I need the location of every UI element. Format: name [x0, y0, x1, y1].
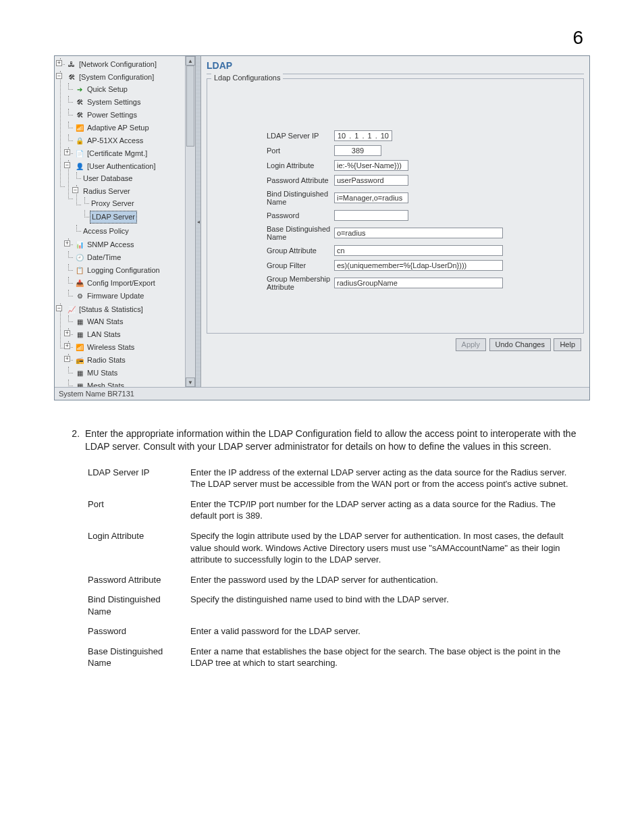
- definition-row: Login AttributeSpecify the login attribu…: [88, 530, 583, 566]
- mesh-icon: ▦: [75, 382, 84, 388]
- definition-table: LDAP Server IPEnter the IP address of th…: [88, 467, 583, 669]
- collapse-icon[interactable]: −: [64, 162, 70, 168]
- tree-item-wireless-stats[interactable]: +📶Wireless Stats: [65, 341, 195, 354]
- scroll-up-icon[interactable]: ▲: [186, 56, 195, 66]
- tree-item-status-statistics[interactable]: −📈[Status & Statistics] ▦WAN Stats +▦LAN…: [57, 303, 195, 387]
- definition-term: Login Attribute: [88, 530, 178, 566]
- tree-item-radius-server[interactable]: −Radius Server Proxy Server LDAP Server: [74, 185, 195, 225]
- tree-item-mesh-stats[interactable]: ▦Mesh Stats: [65, 380, 195, 387]
- label-group-filter: Group Filter: [213, 261, 334, 269]
- tree-item-system-configuration[interactable]: −🛠[System Configuration] ➔Quick Setup 🛠S…: [57, 71, 195, 303]
- tools-icon: 🛠: [75, 111, 84, 120]
- label-login-attribute: Login Attribute: [213, 161, 334, 170]
- login-attribute-input[interactable]: [334, 160, 408, 171]
- import-export-icon: 📥: [75, 280, 84, 288]
- tree-item-firmware-update[interactable]: ⚙Firmware Update: [65, 290, 195, 303]
- definition-desc: Enter the TCP/IP port number for the LDA…: [190, 498, 583, 522]
- definition-row: LDAP Server IPEnter the IP address of th…: [88, 467, 583, 490]
- tree-item-config-import-export[interactable]: 📥Config Import/Export: [65, 277, 195, 290]
- tree-item-adaptive-ap-setup[interactable]: 📶Adaptive AP Setup: [65, 122, 195, 134]
- tree-item-lan-stats[interactable]: +▦LAN Stats: [65, 328, 195, 341]
- device-icon: 📶: [75, 124, 84, 132]
- chevron-left-icon: ◂: [197, 219, 200, 225]
- bind-dn-input[interactable]: [334, 192, 408, 203]
- definition-desc: Enter a name that establishes the base o…: [190, 646, 583, 669]
- tree-item-radio-stats[interactable]: +📻Radio Stats: [65, 354, 195, 367]
- gear-icon: ⚙: [75, 292, 84, 301]
- stats-icon: ▦: [75, 331, 84, 339]
- tree-item-network-configuration[interactable]: +🖧[Network Configuration]: [57, 58, 195, 71]
- tree-item-access-policy[interactable]: Access Policy: [74, 225, 195, 238]
- definition-desc: Specify the login attribute used by the …: [190, 530, 583, 566]
- undo-changes-button[interactable]: Undo Changes: [489, 338, 551, 351]
- definition-term: LDAP Server IP: [88, 467, 178, 490]
- tree-item-mu-stats[interactable]: ▦MU Stats: [65, 367, 195, 380]
- tree-item-system-settings[interactable]: 🛠System Settings: [65, 96, 195, 109]
- group-attribute-input[interactable]: [334, 245, 503, 256]
- apply-button[interactable]: Apply: [456, 338, 487, 351]
- tree-item-ap51xx-access[interactable]: 🔒AP-51XX Access: [65, 134, 195, 147]
- definition-term: Bind Distinguished Name: [88, 594, 178, 617]
- chart-icon: 📈: [67, 306, 76, 314]
- step-number: 2.: [61, 427, 80, 453]
- port-input[interactable]: [334, 145, 381, 156]
- app-window: +🖧[Network Configuration] −🛠[System Conf…: [54, 55, 590, 400]
- base-dn-input[interactable]: [334, 228, 503, 238]
- expand-icon[interactable]: +: [64, 330, 70, 336]
- mu-icon: ▦: [75, 369, 84, 377]
- tree-item-logging-configuration[interactable]: 📋Logging Configuration: [65, 264, 195, 277]
- group-filter-input[interactable]: [334, 260, 503, 271]
- definition-row: PasswordEnter a valid password for the L…: [88, 625, 583, 637]
- password-attribute-input[interactable]: [334, 175, 408, 186]
- tree-item-certificate-mgmt[interactable]: +📄[Certificate Mgmt.]: [65, 147, 195, 160]
- definition-row: Bind Distinguished NameSpecify the disti…: [88, 594, 583, 617]
- nav-tree-pane: +🖧[Network Configuration] −🛠[System Conf…: [55, 56, 195, 387]
- tree-item-date-time[interactable]: 🕘Date/Time: [65, 251, 195, 264]
- definition-term: Password: [88, 625, 178, 637]
- nav-tree: +🖧[Network Configuration] −🛠[System Conf…: [55, 56, 195, 387]
- step-text: Enter the appropriate information within…: [85, 427, 583, 453]
- scroll-thumb[interactable]: [186, 66, 194, 147]
- tree-item-user-authentication[interactable]: −👤[User Authentication] User Database −R…: [65, 160, 195, 238]
- label-password-attribute: Password Attribute: [213, 176, 334, 184]
- scroll-down-icon[interactable]: ▼: [186, 377, 195, 387]
- collapse-icon[interactable]: −: [72, 187, 78, 193]
- password-input[interactable]: [334, 210, 408, 221]
- status-bar: System Name BR7131: [55, 387, 589, 400]
- group-membership-attribute-input[interactable]: [334, 278, 503, 288]
- tools-icon: 🛠: [67, 74, 76, 82]
- stats-icon: ▦: [75, 318, 84, 326]
- definition-term: Base Distinguished Name: [88, 646, 178, 669]
- collapse-icon[interactable]: −: [56, 305, 62, 311]
- expand-icon[interactable]: +: [64, 149, 70, 155]
- tree-item-user-database[interactable]: User Database: [74, 172, 195, 185]
- tree-item-proxy-server[interactable]: Proxy Server: [82, 197, 195, 210]
- label-bind-dn: Bind Distinguished Name: [213, 190, 334, 206]
- tools-icon: 🛠: [75, 99, 84, 107]
- definition-row: PortEnter the TCP/IP port number for the…: [88, 498, 583, 522]
- label-group-membership-attribute: Group Membership Attribute: [213, 275, 334, 291]
- tree-item-ldap-server[interactable]: LDAP Server: [82, 210, 195, 224]
- button-row: Apply Undo Changes Help: [207, 334, 584, 351]
- collapse-icon[interactable]: −: [56, 73, 62, 79]
- tree-item-power-settings[interactable]: 🛠Power Settings: [65, 109, 195, 122]
- tree-item-wan-stats[interactable]: ▦WAN Stats: [65, 315, 195, 328]
- expand-icon[interactable]: +: [64, 343, 70, 349]
- ldap-server-ip-input[interactable]: 10. 1. 1. 10: [334, 130, 392, 141]
- splitter-handle[interactable]: ◂: [195, 56, 201, 387]
- definition-term: Port: [88, 498, 178, 522]
- tree-item-snmp-access[interactable]: +📊SNMP Access: [65, 238, 195, 251]
- tree-item-quick-setup[interactable]: ➔Quick Setup: [65, 83, 195, 96]
- help-button[interactable]: Help: [554, 338, 581, 351]
- tree-scrollbar[interactable]: ▲ ▼: [185, 56, 195, 387]
- definition-desc: Enter the password used by the LDAP serv…: [190, 574, 583, 586]
- expand-icon[interactable]: +: [56, 60, 62, 66]
- page-number: 6: [0, 0, 644, 55]
- label-password: Password: [213, 211, 334, 219]
- expand-icon[interactable]: +: [64, 356, 70, 362]
- main-content: LDAP Ldap Configurations LDAP Server IP …: [201, 56, 589, 387]
- ldap-configurations-fieldset: Ldap Configurations LDAP Server IP 10. 1…: [207, 78, 584, 334]
- expand-icon[interactable]: +: [64, 240, 70, 246]
- label-ldap-server-ip: LDAP Server IP: [213, 132, 334, 140]
- page-title: LDAP: [207, 59, 584, 74]
